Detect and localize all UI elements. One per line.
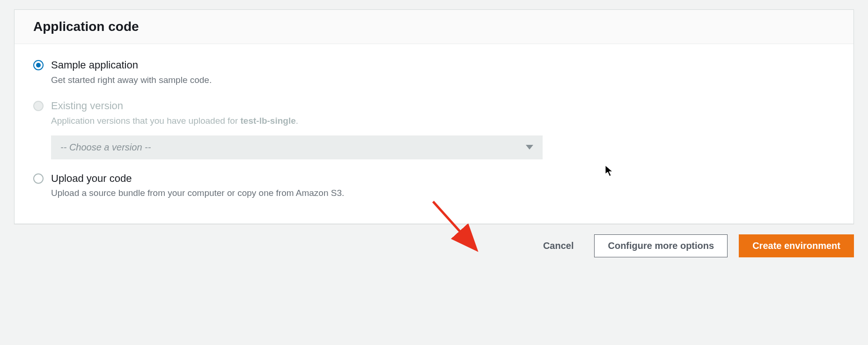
radio-upload-code[interactable] <box>33 173 44 184</box>
option-sample-application: Sample application Get started right awa… <box>33 58 835 87</box>
version-select-placeholder: -- Choose a version -- <box>60 142 151 153</box>
option-existing-version: Existing version Application versions th… <box>33 99 835 159</box>
configure-more-options-button[interactable]: Configure more options <box>594 234 728 257</box>
option-sample-desc: Get started right away with sample code. <box>51 74 212 87</box>
option-existing-title: Existing version <box>51 99 298 113</box>
option-upload-desc: Upload a source bundle from your compute… <box>51 187 344 200</box>
option-upload-title: Upload your code <box>51 172 344 186</box>
action-button-row: Cancel Configure more options Create env… <box>9 224 859 262</box>
radio-sample-application[interactable] <box>33 60 44 70</box>
radio-dot-icon <box>36 63 41 68</box>
panel-body: Sample application Get started right awa… <box>15 44 853 224</box>
option-upload-code: Upload your code Upload a source bundle … <box>33 172 835 200</box>
application-code-panel: Application code Sample application Get … <box>14 9 854 224</box>
cancel-button[interactable]: Cancel <box>534 235 583 257</box>
option-existing-desc: Application versions that you have uploa… <box>51 114 298 128</box>
option-sample-title: Sample application <box>51 58 212 73</box>
option-existing-desc-suffix: . <box>296 116 298 126</box>
option-existing-desc-bold: test-lb-single <box>241 116 296 126</box>
dropdown-caret-icon <box>526 145 533 150</box>
create-environment-button[interactable]: Create environment <box>739 234 854 257</box>
radio-existing-version <box>33 101 44 111</box>
version-select: -- Choose a version -- <box>51 135 543 159</box>
panel-title: Application code <box>33 19 835 34</box>
panel-header: Application code <box>15 10 853 44</box>
option-existing-desc-prefix: Application versions that you have uploa… <box>51 116 241 126</box>
